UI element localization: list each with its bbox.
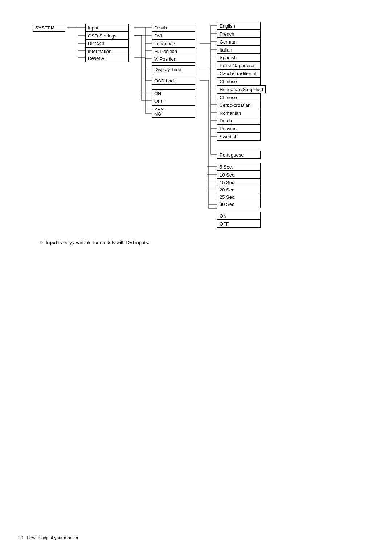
level3-swedish: Swedish (217, 133, 261, 141)
diagram: SYSTEM Input OSD Settings DDC/CI Informa… (18, 22, 345, 232)
level3-10sec: 10 Sec. (217, 171, 261, 179)
level3-french: French (217, 30, 261, 38)
page: SYSTEM Input OSD Settings DDC/CI Informa… (0, 0, 392, 267)
level2-dvi: DVI (152, 32, 195, 40)
level3-hungarian-simplified: Hungarian/Simplified (217, 85, 266, 93)
footer: 20 How to adjust your monitor (18, 535, 78, 540)
level3-chinese2: Chinese (217, 93, 261, 101)
level1-ddc-ci: DDC/CI (85, 40, 129, 48)
level3-english: English (217, 22, 261, 30)
level2-no: NO (152, 110, 195, 118)
level3-spanish: Spanish (217, 53, 261, 61)
level2-display-time: Display Time (152, 65, 195, 73)
level3-polish-japanese: Polish/Japanese (217, 61, 261, 69)
level2-dsub: D-sub (152, 24, 195, 32)
level3-serbo-croatian: Serbo-croatian (217, 101, 261, 109)
level3-25sec: 25 Sec. (217, 193, 261, 201)
footnote-bold: Input (46, 240, 57, 245)
footer-page-number: 20 (18, 535, 23, 540)
level3-chinese1: Chinese (217, 77, 261, 85)
level3-off: OFF (217, 220, 261, 228)
level3-czech-traditional: Czech/Traditional (217, 69, 261, 77)
footer-text: How to adjust your monitor (26, 535, 78, 540)
level3-russian: Russian (217, 125, 261, 133)
level2-off: OFF (152, 97, 195, 105)
level2-on: ON (152, 89, 195, 97)
level3-15sec: 15 Sec. (217, 178, 261, 186)
level3-5sec: 5 Sec. (217, 163, 261, 171)
level3-italian: Italian (217, 46, 261, 54)
level3-dutch: Dutch (217, 117, 261, 125)
level3-on: ON (217, 212, 261, 220)
level2-v-position: V. Position (152, 55, 195, 63)
level2-osd-lock: OSD Lock (152, 77, 195, 85)
level1-input: Input (85, 24, 129, 32)
footnote: ☞ Input is only available for models wit… (40, 240, 374, 245)
level1-osd-settings: OSD Settings (85, 32, 129, 40)
level3-portuguese: Portuguese (217, 151, 261, 159)
system-label: SYSTEM (33, 24, 65, 32)
level3-20sec: 20 Sec. (217, 186, 261, 194)
level3-romanian: Romanian (217, 109, 261, 117)
level2-language: Language (152, 40, 195, 48)
level3-german: German (217, 38, 261, 46)
level3-30sec: 30 Sec. (217, 200, 261, 208)
level2-h-position: H. Position (152, 47, 195, 55)
level1-reset-all: Reset All (85, 54, 129, 62)
footnote-icon: ☞ (40, 240, 44, 245)
footnote-rest: is only available for models with DVI in… (57, 240, 149, 245)
